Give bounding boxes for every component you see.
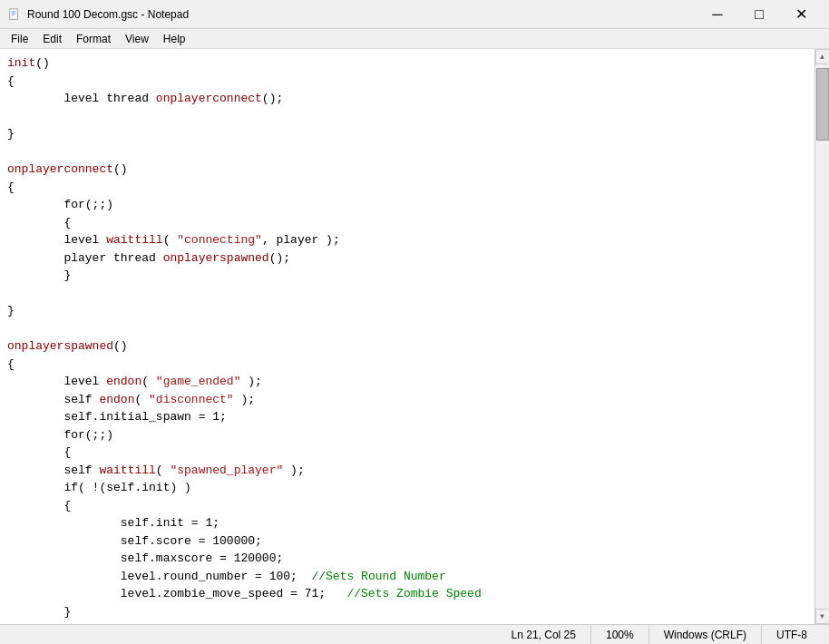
window-title: Round 100 Decom.gsc - Notepad — [27, 8, 697, 21]
menu-edit[interactable]: Edit — [35, 31, 69, 47]
svg-rect-1 — [12, 11, 16, 12]
window-controls: ─ □ ✕ — [697, 0, 822, 29]
menu-format[interactable]: Format — [69, 31, 118, 47]
svg-rect-0 — [10, 8, 18, 18]
svg-rect-2 — [12, 13, 16, 14]
scroll-up-arrow[interactable]: ▲ — [815, 49, 830, 64]
scroll-track[interactable] — [815, 64, 829, 609]
scroll-thumb[interactable] — [816, 68, 829, 141]
encoding: UTF-8 — [761, 625, 822, 644]
code-area[interactable]: init() { level thread onplayerconnect();… — [0, 49, 814, 624]
zoom-level: 100% — [590, 625, 649, 644]
maximize-button[interactable]: □ — [738, 0, 780, 29]
line-ending: Windows (CRLF) — [649, 625, 761, 644]
scroll-down-arrow[interactable]: ▼ — [815, 609, 830, 624]
code-content: init() { level thread onplayerconnect();… — [0, 53, 814, 624]
main-area: init() { level thread onplayerconnect();… — [0, 49, 829, 624]
close-button[interactable]: ✕ — [780, 0, 822, 29]
menu-bar: File Edit Format View Help — [0, 29, 829, 49]
vertical-scrollbar[interactable]: ▲ ▼ — [814, 49, 829, 624]
cursor-position: Ln 21, Col 25 — [497, 625, 590, 644]
menu-file[interactable]: File — [4, 31, 35, 47]
svg-rect-3 — [12, 15, 15, 15]
menu-help[interactable]: Help — [156, 31, 193, 47]
minimize-button[interactable]: ─ — [697, 0, 738, 29]
app-icon — [7, 7, 22, 22]
status-bar: Ln 21, Col 25 100% Windows (CRLF) UTF-8 — [0, 624, 829, 644]
title-bar: Round 100 Decom.gsc - Notepad ─ □ ✕ — [0, 0, 829, 29]
menu-view[interactable]: View — [118, 31, 156, 47]
